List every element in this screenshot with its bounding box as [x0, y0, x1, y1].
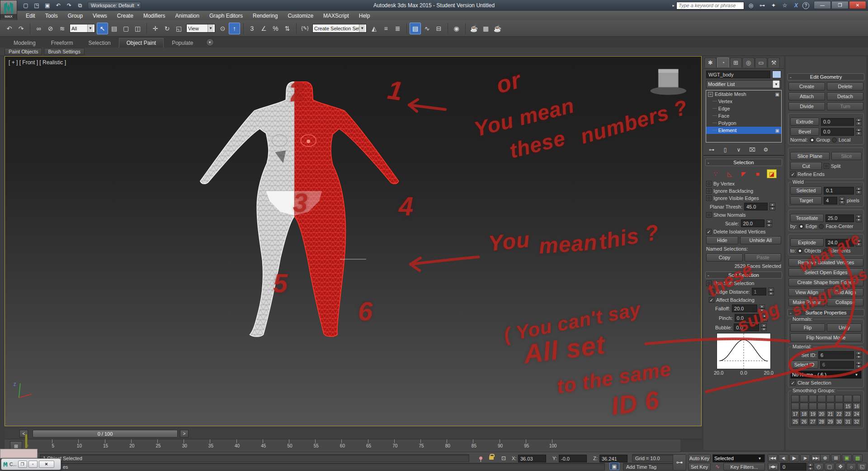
y-coordinate-field[interactable]: -0.0	[559, 455, 587, 462]
rollout-selection[interactable]: -Selection	[705, 159, 782, 166]
smoothing-group-button[interactable]	[826, 395, 835, 402]
smoothing-group-button[interactable]: 23	[844, 410, 852, 418]
select-by-name-icon[interactable]: ▤	[108, 23, 120, 34]
viewport-label[interactable]: [ + ] [ Front ] [ Realistic ]	[9, 59, 66, 66]
flip-button[interactable]: Flip	[790, 324, 825, 332]
close-button[interactable]: ✕	[849, 1, 866, 9]
previous-frame-icon[interactable]: ◀|	[778, 454, 788, 462]
smoothing-group-button[interactable]: 16	[853, 403, 861, 410]
tessellate-field[interactable]: 25.0	[826, 214, 854, 222]
menu-help[interactable]: Help	[354, 12, 375, 20]
display-tab-icon[interactable]: ▭	[755, 57, 767, 67]
slice-plane-button[interactable]: Slice Plane	[790, 152, 830, 160]
extrude-field[interactable]: 0.0	[821, 118, 854, 126]
select-id-spinner[interactable]: ▲▼	[856, 361, 862, 369]
divide-button[interactable]: Divide	[788, 102, 825, 110]
restore-button[interactable]: ❐	[831, 1, 849, 9]
zoom-extents-icon[interactable]: ▣	[842, 454, 852, 462]
stack-row-face[interactable]: ┈┈Face	[706, 112, 781, 119]
viewcube[interactable]	[650, 69, 686, 95]
minimize-icon[interactable]: ▫	[28, 461, 38, 468]
render-setup-icon[interactable]: ☕	[468, 23, 480, 34]
set-id-spinner[interactable]: ▲▼	[856, 351, 862, 359]
smoothing-group-button[interactable]	[835, 395, 843, 402]
menu-animation[interactable]: Animation	[170, 12, 204, 20]
bevel-button[interactable]: Bevel	[790, 128, 819, 136]
attach-button[interactable]: Attach	[788, 92, 825, 100]
select-and-scale-icon[interactable]: ◱	[173, 23, 184, 34]
stack-row-polygon[interactable]: ┈┈Polygon	[706, 119, 781, 127]
select-open-edges-button[interactable]: Select Open Edges	[788, 268, 863, 276]
edge-subobject-icon[interactable]: ◺	[725, 169, 735, 178]
weld-target-button[interactable]: Target	[790, 196, 822, 205]
new-scene-icon[interactable]: ▢	[21, 1, 31, 10]
rendered-frame-window-icon[interactable]: ▦	[480, 23, 491, 34]
project-folder-icon[interactable]: ⧉	[75, 1, 85, 10]
z-coordinate-field[interactable]: 36.241	[599, 455, 627, 462]
set-key-button[interactable]: Set Key	[688, 463, 711, 471]
make-unique-icon[interactable]: ∨	[734, 146, 743, 153]
menu-group[interactable]: Group	[63, 12, 88, 20]
show-end-result-icon[interactable]: ▯	[721, 146, 730, 153]
search-icon[interactable]: ◎	[746, 1, 756, 10]
edit-named-selection-sets-icon[interactable]: {✎}	[299, 23, 311, 34]
ignore-visible-edges-checkbox[interactable]	[706, 195, 712, 201]
weld-selected-button[interactable]: Selected	[790, 186, 822, 195]
hide-button[interactable]: Hide	[706, 236, 738, 244]
floating-mini-window[interactable]: C... ❐ ▫ ✕	[1, 458, 61, 470]
material-editor-icon[interactable]: ◉	[451, 23, 462, 34]
named-selection-set-combo[interactable]: Create Selection Set▼	[312, 24, 367, 33]
menu-create[interactable]: Create	[112, 12, 138, 20]
percent-snap-icon[interactable]: %	[270, 23, 281, 34]
smoothing-group-button[interactable]: 32	[853, 418, 861, 425]
paste-named-selection-button[interactable]: Paste	[745, 253, 781, 262]
angle-snap-icon[interactable]: ∠	[258, 23, 269, 34]
tessellate-spinner[interactable]: ▲▼	[856, 214, 862, 222]
close-icon[interactable]: ✕	[39, 461, 54, 468]
refine-ends-checkbox[interactable]: ✓	[790, 171, 796, 177]
select-and-move-icon[interactable]: ✛	[150, 23, 161, 34]
smoothing-group-button[interactable]: 25	[791, 418, 799, 425]
smoothing-group-button[interactable]: 29	[826, 418, 835, 425]
copy-named-selection-button[interactable]: Copy	[706, 253, 743, 262]
tessellate-button[interactable]: Tessellate	[790, 214, 824, 222]
region-zoom-icon[interactable]: ▢	[825, 463, 835, 471]
smoothing-group-button[interactable]: 30	[835, 418, 843, 425]
rollout-surface-properties[interactable]: -Surface Properties	[788, 309, 864, 316]
stack-row-element[interactable]: ┈┈Element▣	[706, 127, 781, 134]
rollout-edit-geometry[interactable]: -Edit Geometry	[788, 73, 864, 81]
grid-align-button[interactable]: Grid Align	[827, 288, 863, 296]
show-normals-checkbox[interactable]	[706, 212, 712, 218]
normals-scale-spinner[interactable]: ▲▼	[766, 219, 772, 227]
normal-local-radio[interactable]	[832, 138, 837, 143]
create-shape-from-edges-button[interactable]: Create Shape from Edges	[788, 278, 863, 286]
manage-layers-icon[interactable]: ≣	[392, 23, 403, 34]
smoothing-group-button[interactable]	[835, 403, 843, 410]
coordinate-system-dropdown[interactable]: View▼	[186, 24, 215, 33]
key-step-toggle[interactable]: |◀▶|	[768, 463, 778, 471]
normal-group-radio[interactable]	[810, 138, 815, 143]
smoothing-group-button[interactable]	[800, 395, 808, 402]
align-icon[interactable]: ≡	[380, 23, 392, 34]
save-file-icon[interactable]: ▣	[42, 1, 52, 10]
falloff-spinner[interactable]: ▲▼	[759, 304, 765, 312]
orbit-icon[interactable]: ○	[846, 463, 856, 471]
maximize-viewport-icon[interactable]: ◱	[857, 463, 867, 471]
stack-row-edge[interactable]: ┈┈Edge	[706, 105, 781, 112]
stack-row-editable-mesh[interactable]: −Editable Mesh▣	[706, 90, 781, 98]
weld-threshold-spinner[interactable]: ▲▼	[856, 187, 862, 195]
mesh-right-half-selected[interactable]	[200, 82, 399, 337]
exchange-apps-icon[interactable]: X	[791, 1, 801, 10]
ribbon-config-icon[interactable]: ▾	[206, 38, 214, 46]
restore-icon[interactable]: ❐	[18, 461, 27, 468]
pan-icon[interactable]: ✥	[835, 463, 845, 471]
by-vertex-checkbox[interactable]	[706, 181, 712, 186]
smoothing-group-button[interactable]	[817, 395, 826, 402]
smoothing-group-button[interactable]: 27	[809, 418, 817, 425]
menu-rendering[interactable]: Rendering	[248, 12, 283, 20]
select-object-icon[interactable]: ↖	[97, 23, 108, 34]
undo-icon[interactable]: ↶	[53, 1, 63, 10]
window-crossing-icon[interactable]: ◫	[132, 23, 143, 34]
go-to-end-icon[interactable]: ▶▶|	[811, 454, 821, 462]
bubble-spinner[interactable]: ▲▼	[761, 324, 767, 331]
